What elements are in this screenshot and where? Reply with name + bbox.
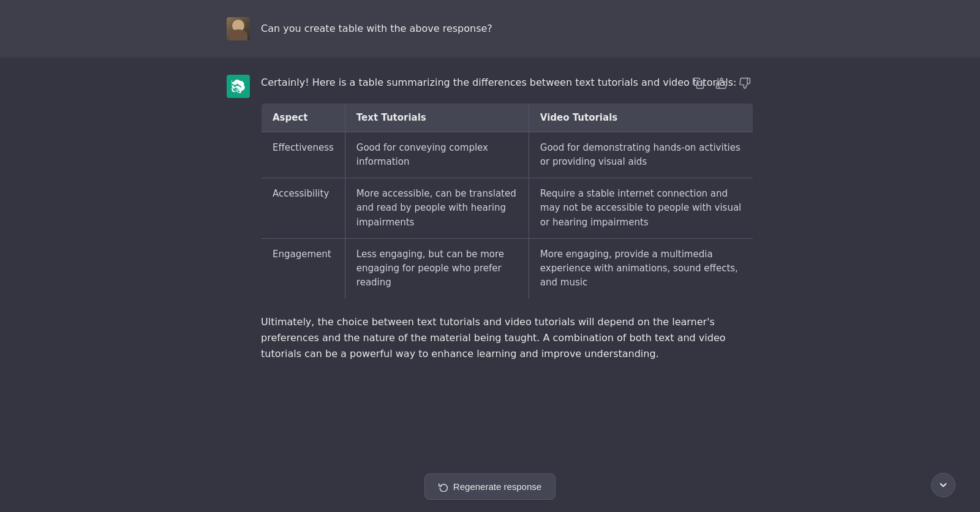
table-row: Engagement Less engaging, but can be mor… — [262, 238, 753, 299]
ai-avatar — [227, 75, 250, 98]
ai-content: Certainly! Here is a table summarizing t… — [261, 75, 753, 363]
ai-intro-text: Certainly! Here is a table summarizing t… — [261, 75, 753, 91]
thumbs-up-icon — [715, 77, 728, 89]
table-header-text-tutorials: Text Tutorials — [345, 103, 529, 132]
copy-icon — [692, 77, 704, 89]
row-text-effectiveness: Good for conveying complex information — [345, 132, 529, 178]
table-row: Effectiveness Good for conveying complex… — [262, 132, 753, 178]
thumbs-down-icon — [739, 77, 751, 89]
row-video-accessibility: Require a stable internet connection and… — [529, 178, 753, 239]
chevron-down-icon — [938, 480, 949, 491]
user-message-text: Can you create table with the above resp… — [261, 17, 492, 37]
user-avatar — [227, 17, 250, 40]
regenerate-button[interactable]: Regenerate response — [424, 473, 556, 500]
ai-message: Certainly! Here is a table summarizing t… — [0, 58, 980, 380]
table-row: Accessibility More accessible, can be tr… — [262, 178, 753, 239]
row-text-engagement: Less engaging, but can be more engaging … — [345, 238, 529, 299]
thumbs-up-button[interactable] — [713, 75, 730, 92]
row-aspect-engagement: Engagement — [262, 238, 345, 299]
row-video-engagement: More engaging, provide a multimedia expe… — [529, 238, 753, 299]
row-aspect-effectiveness: Effectiveness — [262, 132, 345, 178]
row-video-effectiveness: Good for demonstrating hands-on activiti… — [529, 132, 753, 178]
scroll-to-bottom-button[interactable] — [931, 473, 956, 497]
ai-conclusion-text: Ultimately, the choice between text tuto… — [261, 314, 753, 363]
row-aspect-accessibility: Accessibility — [262, 178, 345, 239]
row-text-accessibility: More accessible, can be translated and r… — [345, 178, 529, 239]
user-message: Can you create table with the above resp… — [0, 0, 980, 58]
table-header-aspect: Aspect — [262, 103, 345, 132]
copy-button[interactable] — [690, 75, 707, 92]
regenerate-label: Regenerate response — [453, 481, 541, 492]
svg-rect-0 — [697, 82, 704, 89]
ai-actions — [690, 75, 753, 92]
bottom-bar: Regenerate response — [0, 464, 980, 512]
table-header-video-tutorials: Video Tutorials — [529, 103, 753, 132]
regenerate-icon — [439, 482, 448, 492]
chatgpt-logo-icon — [232, 80, 245, 93]
thumbs-down-button[interactable] — [736, 75, 753, 92]
chat-container: Can you create table with the above resp… — [0, 0, 980, 464]
comparison-table: Aspect Text Tutorials Video Tutorials Ef… — [261, 103, 753, 299]
